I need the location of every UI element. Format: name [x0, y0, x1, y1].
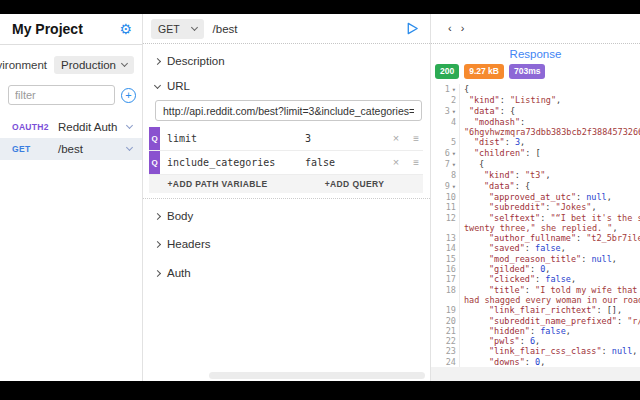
fold-toggle-icon[interactable]: ▾: [452, 107, 456, 117]
add-query-button[interactable]: +ADD QUERY: [286, 179, 423, 189]
fold-toggle-icon[interactable]: ▾: [452, 149, 456, 159]
line-gutter: 6▾: [431, 148, 460, 159]
section-url[interactable]: URL: [155, 80, 430, 92]
code-text: "pwls": 6,: [460, 336, 540, 346]
code-token: "modhash": [474, 117, 520, 127]
environment-select[interactable]: Production: [54, 56, 134, 74]
line-gutter: 22: [431, 336, 460, 346]
code-token: "clicked": [489, 274, 535, 284]
send-icon: [405, 21, 420, 36]
param-name-input[interactable]: include_categories: [160, 157, 305, 168]
add-request-button[interactable]: +: [121, 88, 136, 103]
line-gutter: 4: [431, 117, 460, 127]
code-line: 20"subreddit_name_prefixed": "r/Jokes",: [431, 316, 640, 326]
section-body[interactable]: Body: [155, 210, 430, 222]
line-gutter: 3▾: [431, 106, 460, 117]
environment-row: Environment Production: [0, 45, 142, 80]
code-token: :: [515, 170, 525, 180]
code-text: "kind": "Listing",: [460, 95, 561, 105]
filter-input[interactable]: [8, 85, 115, 105]
section-description-label: Description: [167, 55, 225, 67]
nav-back-icon[interactable]: ‹: [448, 23, 452, 34]
response-tab[interactable]: Response: [431, 44, 640, 62]
fold-toggle-icon[interactable]: ▾: [452, 182, 456, 192]
code-token: :: [525, 285, 535, 295]
param-value-input[interactable]: 3: [305, 133, 393, 144]
horizontal-scrollbar[interactable]: [209, 372, 425, 379]
chevron-right-icon: [154, 240, 161, 247]
line-number: 10: [446, 192, 456, 202]
sidebar-item--best[interactable]: GET/best: [0, 138, 142, 160]
request-topbar: GET /best: [143, 14, 430, 44]
line-gutter: 15: [431, 254, 460, 264]
send-button[interactable]: [405, 21, 420, 36]
section-url-label: URL: [167, 80, 190, 92]
code-token: ,: [520, 137, 525, 147]
remove-param-icon[interactable]: ×: [393, 133, 399, 144]
param-value-input[interactable]: false: [305, 157, 393, 168]
url-input[interactable]: [155, 100, 422, 121]
code-token: "downs": [489, 357, 525, 367]
code-text: "approved_at_utc": null,: [460, 192, 612, 202]
code-token: :: [602, 346, 612, 356]
fold-toggle-icon[interactable]: ▾: [452, 85, 456, 95]
remove-param-icon[interactable]: ×: [393, 157, 399, 168]
param-name-input[interactable]: limit: [160, 133, 305, 144]
method-select[interactable]: GET: [151, 19, 204, 39]
fold-toggle-icon[interactable]: ▾: [452, 160, 456, 170]
code-line: 24"downs": 0,: [431, 357, 640, 367]
code-token: :: [525, 243, 535, 253]
code-line: 15"mod_reason_title": null,: [431, 254, 640, 264]
section-auth[interactable]: Auth: [155, 267, 430, 279]
request-panel: GET /best Description URL: [143, 14, 430, 381]
method-value: GET: [158, 23, 180, 35]
line-number: 2: [451, 95, 456, 105]
code-text: "kind": "t3",: [460, 170, 551, 180]
code-token: had shagged every woman in our road exce…: [464, 295, 640, 305]
chevron-down-icon: [126, 122, 133, 129]
code-line: 18"title": "I told my wife that the: [431, 285, 640, 295]
code-text: "clicked": false,: [460, 274, 576, 284]
line-gutter: 5: [431, 137, 460, 147]
drag-handle-icon[interactable]: ≡: [413, 134, 419, 144]
project-title: My Project: [12, 21, 83, 37]
code-token: "data": [469, 106, 500, 116]
code-token: :: [505, 137, 515, 147]
sidebar-item-reddit-auth[interactable]: OAUTH2Reddit Auth: [0, 116, 142, 138]
add-path-variable-button[interactable]: +ADD PATH VARIABLE: [149, 179, 286, 189]
nav-forward-icon[interactable]: ›: [461, 23, 465, 34]
request-label: /best: [58, 143, 83, 155]
code-line: 22"pwls": 6,: [431, 336, 640, 346]
section-headers[interactable]: Headers: [155, 238, 430, 250]
line-gutter: 1▾: [431, 84, 460, 95]
line-gutter: 20: [431, 316, 460, 326]
section-description[interactable]: Description: [155, 55, 430, 67]
code-token: "Listing": [510, 95, 556, 105]
app-window: My Project ⚙ Environment Production + OA…: [0, 14, 640, 381]
code-token: ,: [571, 274, 576, 284]
code-text: "selftext": "“I bet it's the snoot: [460, 213, 640, 223]
line-gutter: 8: [431, 170, 460, 180]
code-token: "“I bet it's the snoot: [550, 213, 640, 223]
code-line: 9▾"data": {: [431, 181, 640, 192]
chevron-right-icon: [154, 269, 161, 276]
line-gutter: [431, 295, 460, 305]
code-token: ,: [632, 346, 637, 356]
code-line: 2"kind": "Listing",: [431, 95, 640, 105]
code-token: "author_fullname": [489, 233, 576, 243]
line-gutter: 10: [431, 192, 460, 202]
drag-handle-icon[interactable]: ≡: [413, 158, 419, 168]
code-token: ,: [545, 170, 550, 180]
line-number: 13: [446, 233, 456, 243]
response-badges: 2009.27 kB703ms: [431, 62, 640, 82]
line-number: 9: [445, 181, 450, 191]
code-token: : {: [515, 181, 530, 191]
code-text: "saved": false,: [460, 243, 566, 253]
code-line: 16"gilded": 0,: [431, 264, 640, 274]
code-text: "data": {: [460, 181, 530, 192]
line-gutter: 11: [431, 202, 460, 212]
code-token: "dist": [474, 137, 505, 147]
settings-gear-icon[interactable]: ⚙: [119, 22, 132, 36]
code-token: :: [545, 202, 555, 212]
request-path[interactable]: /best: [213, 23, 396, 35]
